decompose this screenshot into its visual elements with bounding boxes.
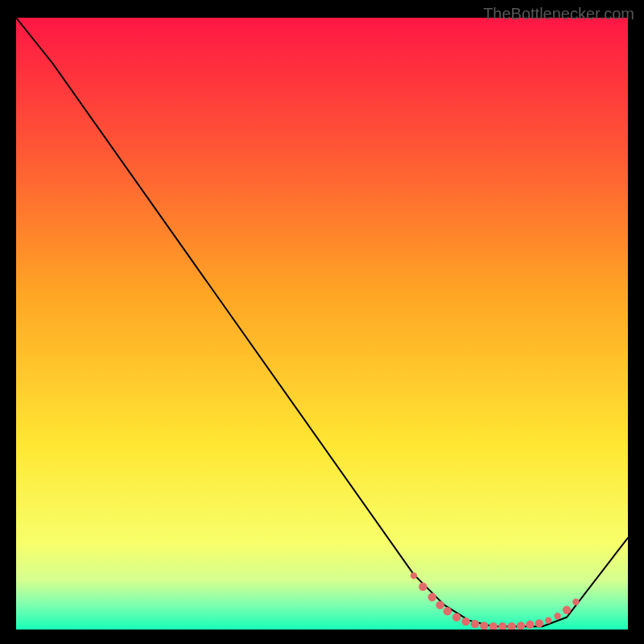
highlight-dot <box>461 617 469 625</box>
attribution-label: TheBottlenecker.com <box>483 5 634 23</box>
highlight-dot <box>572 599 579 605</box>
highlight-dot <box>428 593 436 601</box>
chart-container: TheBottlenecker.com <box>0 0 644 644</box>
highlight-dot <box>419 583 427 591</box>
highlight-dot <box>535 619 543 627</box>
highlight-dot <box>452 613 460 621</box>
highlight-dot <box>411 572 417 579</box>
chart-plot-area <box>16 18 628 630</box>
bottleneck-chart <box>16 18 628 630</box>
highlight-dot <box>545 617 551 623</box>
highlight-dot <box>526 621 534 629</box>
highlight-dot <box>563 605 571 613</box>
highlight-dot <box>436 601 444 609</box>
highlight-dot <box>444 607 452 615</box>
highlight-dot <box>554 613 560 619</box>
highlight-dot <box>471 620 479 628</box>
